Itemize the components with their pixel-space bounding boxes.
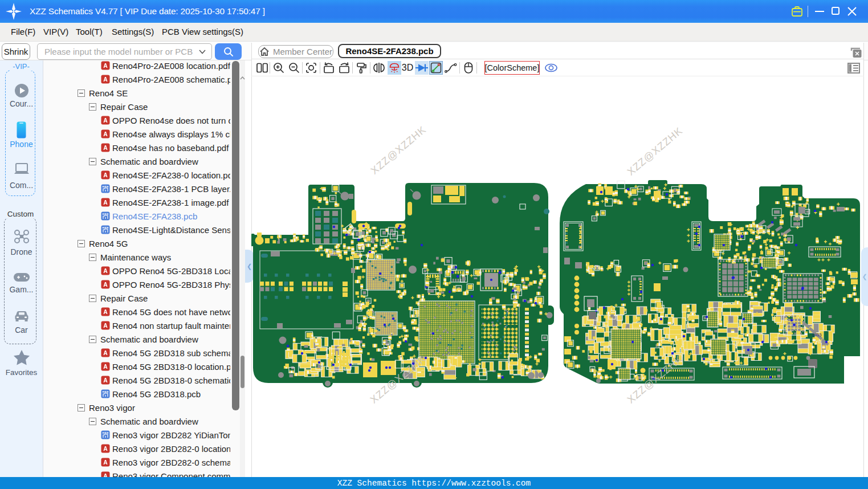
svg-text:1815: 1815: [812, 332, 822, 337]
svg-text:XZZ@XZZHK: XZZ@XZZHK: [369, 124, 429, 177]
svg-text:XZZ@XZZHK: XZZ@XZZHK: [625, 125, 685, 178]
